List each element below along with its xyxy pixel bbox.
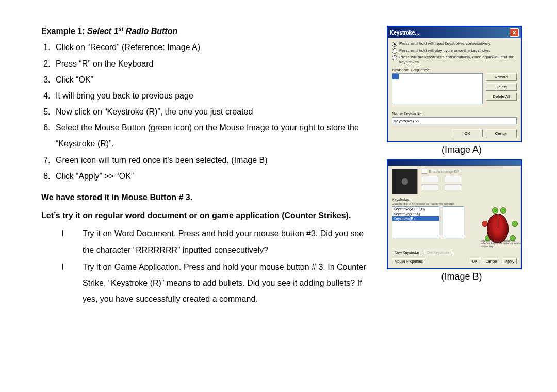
ok-button[interactable]: OK (470, 258, 480, 264)
step-item: Select the Mouse Button (green icon) on … (53, 120, 371, 152)
step-item: Green icon will turn red once it’s been … (53, 152, 371, 168)
mouse-config-dialog: Enable change DPI Keystrokes Double clic… (387, 159, 522, 269)
step-item: It will bring you back to previous page (53, 88, 371, 104)
dpi-panel: Enable change DPI (422, 169, 517, 194)
dialog-title: Keystroke... (390, 30, 419, 36)
radio-option-3[interactable]: Press will put keystrokes consecutively,… (392, 55, 517, 64)
radio-icon (392, 55, 397, 60)
steps-list: Click on “Record” (Reference: Image A) P… (41, 39, 371, 184)
mouse-hint-text: Click the number to assign the selected … (481, 240, 522, 248)
try-item: l Try it on Game Application. Press and … (62, 259, 371, 307)
radio-label: Press will put keystrokes consecutively,… (399, 55, 517, 64)
step-item: Now click on “Keystroke (R)”, the one yo… (53, 104, 371, 120)
screenshots-column: Keystroke... ✕ Press and hold will input… (382, 26, 536, 308)
dpi-field[interactable] (422, 176, 438, 182)
example-heading: Example 1: Select 1st Radio Button (41, 26, 371, 36)
heading-title-a: Select 1 (87, 27, 118, 36)
sequence-label: Keyboard Sequence: (392, 68, 517, 72)
bullet-icon: l (62, 259, 83, 307)
dpi-field[interactable] (445, 176, 461, 182)
radio-option-2[interactable]: Press and hold will play cycle once the … (392, 48, 517, 54)
cancel-button[interactable]: Cancel (486, 129, 517, 137)
mouse-button-dot[interactable] (492, 207, 498, 214)
dialog-titlebar: Keystroke... ✕ (388, 27, 521, 38)
stored-note: We have stored it in Mouse Button # 3. (41, 189, 371, 205)
step-item: Click “OK” (53, 72, 371, 88)
mouse-properties-button[interactable]: Mouse Properties (392, 258, 425, 264)
mouse-button-dot[interactable] (500, 207, 506, 214)
dpi-field[interactable] (445, 184, 461, 190)
dpi-field[interactable] (422, 184, 438, 190)
try-text: Try it on Game Application. Press and ho… (83, 259, 371, 307)
radio-option-1[interactable]: Press and hold will input keystrokes con… (392, 41, 517, 47)
list-item[interactable]: Keystroke(CtrlA) (392, 211, 439, 216)
heading-prefix: Example 1: (41, 27, 87, 36)
step-item: Click on “Record” (Reference: Image A) (53, 39, 371, 55)
mouse-diagram: Click the number to assign the selected … (467, 206, 517, 247)
close-icon[interactable]: ✕ (510, 28, 519, 37)
sequence-listbox[interactable] (392, 73, 483, 104)
ok-button[interactable]: OK (452, 129, 483, 137)
instruction-column: Example 1: Select 1st Radio Button Click… (41, 26, 382, 308)
heading-title-b: Radio Button (123, 27, 177, 36)
keystroke-listbox[interactable]: Keystroke(A,B,C,D) Keystroke(CtrlA) Keys… (392, 206, 439, 238)
radio-icon (392, 48, 397, 54)
dialog-titlebar (388, 160, 521, 166)
image-b-caption: (Image B) (387, 271, 536, 282)
name-label: Name keystroke: (392, 111, 517, 116)
keystrokes-section-label: Keystrokes (392, 198, 517, 201)
radio-label: Press and hold will input keystrokes con… (399, 41, 490, 46)
keystroke-name-input[interactable] (392, 117, 517, 124)
record-button[interactable]: Record (486, 73, 517, 81)
try-item: l Try it on Word Document. Press and hol… (62, 225, 371, 257)
radio-icon (392, 42, 397, 47)
delete-all-button[interactable]: Delete All (486, 93, 517, 101)
list-item[interactable]: Keystroke(A,B,C,D) (392, 207, 439, 211)
image-a-caption: (Image A) (387, 144, 536, 155)
radio-label: Press and hold will play cycle once the … (399, 48, 490, 53)
mouse-button-dot[interactable] (512, 221, 518, 227)
try-note: Let’s try it on regular word document or… (41, 207, 371, 223)
heading-sup: st (118, 26, 123, 32)
cancel-button[interactable]: Cancel (483, 258, 500, 264)
list-item[interactable]: Keystroke(R) (392, 216, 439, 221)
new-keystroke-button[interactable]: New Keystroke (392, 250, 421, 255)
keystroke-dialog: Keystroke... ✕ Press and hold will input… (387, 26, 522, 142)
step-item: Press “R” on the Keyboard (53, 56, 371, 72)
try-text: Try it on Word Document. Press and hold … (83, 225, 371, 257)
del-keystroke-button[interactable]: Del Keystroke (424, 250, 452, 255)
bullet-icon: l (62, 225, 83, 257)
checkbox-icon[interactable] (422, 169, 427, 174)
enable-dpi-label: Enable change DPI (429, 170, 460, 173)
fan-icon (392, 169, 418, 194)
try-list: l Try it on Word Document. Press and hol… (62, 225, 371, 307)
description-box (443, 206, 464, 238)
keystrokes-hint: Double click a keystroke to modify its s… (392, 202, 517, 205)
delete-button[interactable]: Delete (486, 83, 517, 91)
step-item: Click “Apply” >> “OK” (53, 168, 371, 184)
apply-button[interactable]: Apply (502, 258, 517, 264)
